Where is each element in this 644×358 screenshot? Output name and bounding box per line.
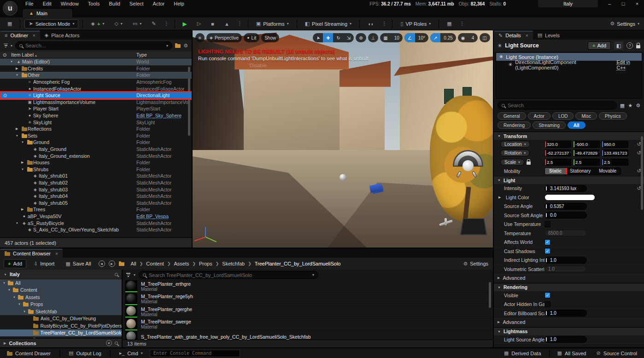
add-collection-icon[interactable]: + <box>106 340 112 346</box>
axis-value-input[interactable]: 950.0 <box>602 141 628 148</box>
outliner-row[interactable]: ≈Atmospheric FogAtmosphericFog <box>0 79 192 86</box>
new-folder-icon[interactable] <box>175 44 181 48</box>
rotation-snap-value[interactable]: 10° <box>415 33 428 42</box>
play-button[interactable]: ▶ <box>179 19 191 29</box>
eye-icon[interactable]: ⊙ <box>0 93 10 98</box>
cb-folder-row[interactable]: ▼All <box>0 279 122 287</box>
breadcrumb-item[interactable]: All <box>131 261 136 266</box>
add-component-button[interactable]: +Add <box>588 41 611 50</box>
axis-list-dropdown[interactable]: Location▾ <box>500 141 530 148</box>
mobility-option-stationary[interactable]: Stationary <box>566 168 595 174</box>
caret-icon[interactable]: ▼ <box>16 222 21 225</box>
add-asset-button[interactable]: +Add <box>4 259 26 268</box>
category-filter-actor[interactable]: Actor <box>528 112 550 120</box>
move-tool-button[interactable]: ✚ <box>323 33 333 42</box>
outliner-row[interactable]: ▼ShrubsFolder <box>0 166 192 173</box>
cb-collections[interactable]: ▶ Collections + <box>0 338 122 347</box>
axis-value-input[interactable]: 133.491723 ° <box>602 150 628 156</box>
favorites-icon[interactable]: ★ <box>628 103 632 109</box>
display-filter-icon[interactable]: ▦ <box>620 103 625 109</box>
perspective-dropdown[interactable]: ◈Perspective <box>206 33 242 42</box>
camera-speed-value[interactable]: 4 <box>468 33 478 42</box>
caret-icon[interactable]: ▼ <box>21 168 26 171</box>
value-input[interactable]: 1.0 <box>544 310 587 317</box>
category-filter-general[interactable]: General <box>498 112 526 120</box>
outliner-row[interactable]: ●Sky SphereEdit BP_Sky_Sphere <box>0 112 192 119</box>
checkbox[interactable]: ✓ <box>544 292 550 298</box>
mobility-option-movable[interactable]: Movable <box>595 168 621 174</box>
advanced-expander[interactable]: ▶Advanced <box>494 318 644 327</box>
assets-scrollbar[interactable] <box>489 282 491 308</box>
axis-list-dropdown[interactable]: Scale▾ <box>500 159 524 166</box>
details-search-input[interactable]: Search <box>498 101 617 110</box>
category-filter-rendering[interactable]: Rendering <box>498 121 531 129</box>
multi-user-button[interactable]: ◖◗ <box>364 19 377 29</box>
caret-icon[interactable]: ▼ <box>23 310 28 313</box>
caret-icon[interactable]: ▶ <box>21 161 26 164</box>
eject-button[interactable]: ▲ <box>221 19 233 29</box>
section-header-light[interactable]: ▼Light <box>494 176 644 184</box>
all-saved-button[interactable]: ▦All Saved <box>553 349 591 358</box>
import-button[interactable]: ⇩Import <box>30 259 58 268</box>
search-icon[interactable] <box>115 273 118 276</box>
lock-icon[interactable] <box>636 45 640 48</box>
caret-icon[interactable]: ▼ <box>10 60 15 63</box>
chevron-down-icon[interactable]: ▾ <box>11 44 12 48</box>
axis-value-input[interactable]: 2.5 <box>573 159 600 166</box>
level-viewport[interactable]: ≡ ◈Perspective ●Lit Show ➤ ✚ ↻ ⇲ <box>193 30 493 248</box>
kebab-menu-icon[interactable]: ⋮ <box>236 21 244 27</box>
cb-search-input[interactable]: Search TreePlanter_CC_by_LordSamueliSolo… <box>139 271 318 279</box>
save-all-button[interactable]: ▦Save All <box>62 259 94 268</box>
filter-icon[interactable] <box>4 44 8 48</box>
axis-value-input[interactable]: -49.472829 ° <box>573 150 600 156</box>
outliner-row[interactable]: ✳SkyLightSkyLight <box>0 119 192 126</box>
menu-edit[interactable]: Edit <box>39 0 56 7</box>
add-actor-button[interactable]: ◈+▾ <box>87 19 108 29</box>
axis-value-input[interactable]: -500.0 <box>573 141 600 148</box>
breadcrumb-item[interactable]: TreePlanter_CC_by_LordSamueliSolo <box>255 261 341 266</box>
outliner-row[interactable]: ⊙✳Light SourceDirectionalLight <box>0 92 192 99</box>
grid-snap-button[interactable]: ▦ <box>380 33 391 42</box>
eye-icon[interactable]: ⊙ <box>0 52 10 58</box>
outliner-row[interactable]: ▼OtherFolder <box>0 72 192 79</box>
expand-icon[interactable]: ◧ <box>614 41 623 50</box>
category-filter-streaming[interactable]: Streaming <box>533 121 566 129</box>
caret-icon[interactable]: ▼ <box>16 74 21 76</box>
cinematics-button[interactable]: ▭▾ <box>129 19 145 29</box>
category-filter-all[interactable]: All <box>568 121 585 129</box>
value-input[interactable]: 0.5357 <box>544 203 587 210</box>
menu-select[interactable]: Select <box>125 0 148 7</box>
tab-outliner[interactable]: ≡ Outliner × <box>0 31 40 40</box>
kebab-menu-icon[interactable]: ⋮ <box>163 21 170 27</box>
outliner-row[interactable]: ●InstancedFoliageActorInstancedFoliageAc… <box>0 85 192 92</box>
outliner-row[interactable]: ▼▲Main (Editor)World <box>0 58 192 65</box>
chevron-down-icon[interactable]: ▾ <box>134 273 135 277</box>
edit-in-cpp-link[interactable]: Edit in C++ <box>617 59 639 70</box>
cb-folder-row[interactable]: RustyBicycle_CC_by_PiotrPjotDyderski <box>0 322 122 329</box>
details-scrollbar[interactable] <box>641 136 643 210</box>
outliner-row[interactable]: ▼◈aS_RustyBicycleStaticMeshActor <box>0 219 192 226</box>
outliner-search-input[interactable]: Search... ▾ <box>15 41 172 50</box>
caret-icon[interactable]: ▶ <box>16 67 21 70</box>
remote-session-button[interactable]: ▦ <box>443 19 455 29</box>
light-color-swatch[interactable] <box>544 194 595 201</box>
value-input[interactable]: 1.0 <box>544 336 587 343</box>
actor-type[interactable]: Edit BP_Vespa <box>136 214 169 219</box>
cb-folder-row[interactable]: TreePlanter_CC_by_LordSamueliSolo <box>0 329 122 337</box>
outliner-row[interactable]: ◈Italy_shrub03StaticMeshActor <box>0 186 192 193</box>
tab-main-level[interactable]: ▲ Main <box>22 8 73 17</box>
outliner-row[interactable]: ▼GroundFolder <box>0 139 192 146</box>
checkbox[interactable] <box>544 221 550 227</box>
asset-item[interactable]: M_TreePlanter_rgergheMaterial <box>123 306 493 318</box>
console-command-input[interactable]: Enter Console Command <box>150 350 240 357</box>
viewport-layout-button[interactable]: ◫ <box>480 33 490 42</box>
caret-icon[interactable]: ▼ <box>18 303 23 306</box>
asset-item[interactable]: M_TreePlanter_rege5yhMaterial <box>123 293 493 306</box>
editor-modes-button[interactable]: ✎ <box>148 19 159 29</box>
cb-folder-row[interactable]: Axis_CC_by_OliverYeung <box>0 315 122 323</box>
scale-tool-button[interactable]: ⇲ <box>344 33 354 42</box>
lock-icon[interactable] <box>527 162 531 165</box>
axis-value-input[interactable]: 2.5 <box>602 159 628 166</box>
surface-snap-button[interactable]: ⊥ <box>368 33 379 42</box>
cb-folder-row[interactable]: ▼Assets <box>0 294 122 301</box>
